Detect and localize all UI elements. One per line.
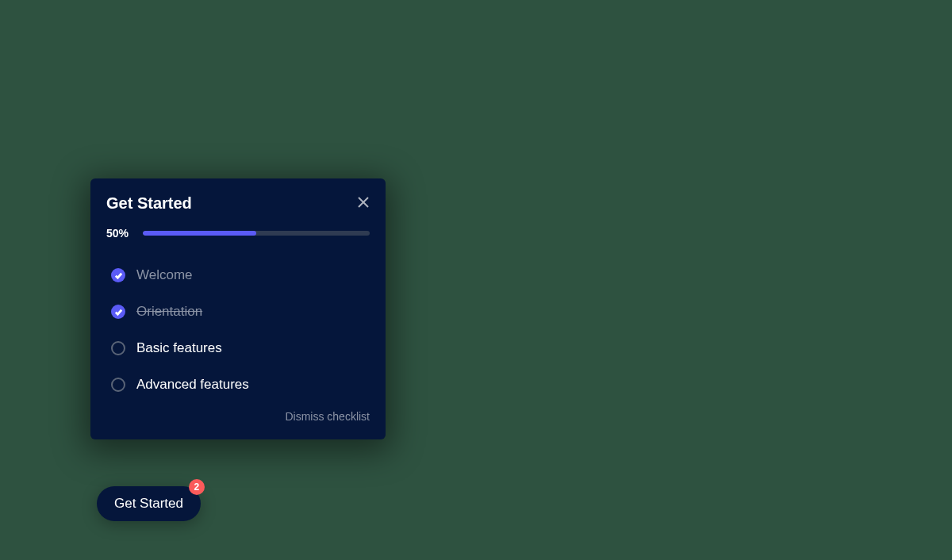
circle-icon xyxy=(111,341,125,355)
check-circle-icon xyxy=(111,305,125,319)
progress-fill xyxy=(143,231,256,236)
check-circle-icon xyxy=(111,268,125,282)
launcher-badge: 2 xyxy=(189,479,205,495)
progress-label: 50% xyxy=(106,227,133,240)
checklist-item-welcome[interactable]: Welcome xyxy=(106,257,370,293)
panel-title: Get Started xyxy=(106,194,192,213)
item-label: Orientation xyxy=(136,304,202,320)
circle-icon xyxy=(111,378,125,392)
checklist-panel: Get Started 50% Welcome Orientation Basi… xyxy=(90,178,386,439)
item-label: Basic features xyxy=(136,340,222,356)
get-started-launcher[interactable]: Get Started 2 xyxy=(97,486,201,521)
close-icon[interactable] xyxy=(357,196,370,209)
item-label: Advanced features xyxy=(136,377,249,393)
progress-row: 50% xyxy=(106,227,370,240)
panel-footer: Dismiss checklist xyxy=(106,409,370,424)
checklist-item-orientation[interactable]: Orientation xyxy=(106,293,370,330)
checklist-item-basic-features[interactable]: Basic features xyxy=(106,330,370,366)
panel-header: Get Started xyxy=(106,194,370,213)
progress-track xyxy=(143,231,370,236)
checklist-item-advanced-features[interactable]: Advanced features xyxy=(106,366,370,403)
checklist-items: Welcome Orientation Basic features Advan… xyxy=(106,257,370,403)
item-label: Welcome xyxy=(136,267,193,283)
dismiss-checklist-link[interactable]: Dismiss checklist xyxy=(285,410,370,423)
launcher-label: Get Started xyxy=(114,496,183,511)
